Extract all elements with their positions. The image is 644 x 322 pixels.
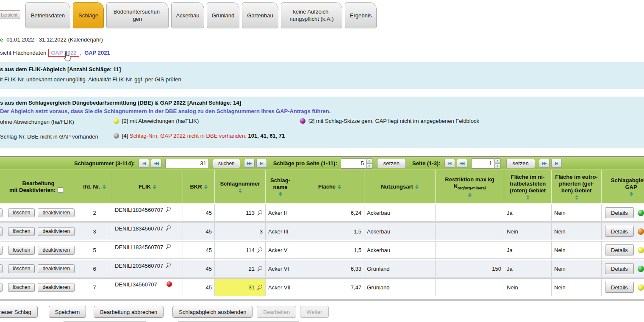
loeschen-button[interactable]: löschen [8,246,35,255]
flik-cell: DENILI1834560707 [112,242,183,258]
page-input[interactable] [471,158,494,169]
magnifier-icon[interactable] [166,244,171,250]
next-page-icon[interactable]: ▶▶ [244,159,255,168]
magnifier-icon[interactable] [257,266,263,272]
next-page-icon[interactable]: ▶▶ [539,159,550,168]
decrement-icon[interactable]: ▼ [494,164,501,169]
bearbeitung-cell: löschen deaktivieren [0,204,77,221]
deaktivieren-button[interactable]: deaktivieren [38,227,75,236]
last-page-icon[interactable]: ▶| [256,159,267,168]
tab-gruenland[interactable]: Grünland [207,2,239,28]
status-icon-yellow [638,247,644,253]
sort-icon[interactable] [415,185,419,189]
deaktivieren-button[interactable]: deaktivieren [38,208,75,217]
flik-cell: DENILI2034560707 [112,260,183,277]
details-button[interactable]: Details [605,282,634,293]
schlagname-cell: Acker VII [266,279,295,296]
schlagabgleich-ausblenden-button[interactable]: Schlagabgleich ausblenden [172,306,253,318]
increment-icon[interactable]: ▲ [494,158,501,164]
loeschen-button[interactable]: löschen [8,208,35,217]
table-body: löschen deaktivieren 2 DENILI1834560707 … [0,204,644,297]
magnifier-icon[interactable] [166,225,171,231]
table-row: löschen deaktivieren 7 DENILI34560707 45… [0,278,644,296]
header-flik[interactable]: FLIK [112,170,183,203]
tab-schlaege[interactable]: Schläge [73,2,104,28]
flik-cell: DENILI1834560707 [112,204,183,221]
last-page-icon[interactable]: ▶| [551,159,562,168]
sort-icon[interactable] [103,185,106,189]
sort-icon[interactable] [338,185,341,189]
gap-2021-link[interactable]: GAP 2021 [84,50,110,56]
sort-icon[interactable] [468,193,472,197]
magnifier-icon[interactable] [257,247,263,253]
deaktivieren-button[interactable]: deaktivieren [38,264,75,273]
deaktivieren-button[interactable]: deaktivieren [38,246,75,255]
details-button[interactable]: Details [605,244,634,255]
footer-toolbar: neuer Schlag Speichern Bearbeitung abbre… [0,306,644,318]
magnifier-icon[interactable] [166,263,171,268]
sort-icon[interactable] [204,185,208,189]
details-button[interactable]: Details [605,226,634,237]
suchen-button[interactable]: suchen [213,159,240,168]
prev-page-icon[interactable]: ◀◀ [151,159,161,168]
header-restriktion[interactable]: Restriktion max kg Norg/org-mineral [436,170,504,203]
gelbes-gebiet-cell: Nein [552,279,602,296]
row-action-partial-button[interactable] [0,208,3,217]
prev-page-icon[interactable]: ◀◀ [457,159,467,168]
magnifier-icon[interactable] [257,210,263,216]
row-action-partial-button[interactable] [0,227,3,236]
first-page-icon[interactable]: |◀ [139,159,149,168]
magnifier-icon[interactable] [166,207,171,212]
header-lfd-nr[interactable]: lfd. Nr. [77,170,112,203]
header-nutzungsart[interactable]: Nutzungsart [364,170,436,203]
sort-icon[interactable] [630,192,633,196]
header-rotes-gebiet[interactable]: Fläche im ni- tratbelasteten (roten) Geb… [504,170,552,203]
header-schlagabgleich-gap[interactable]: Schlagabgleich GAP [602,170,644,203]
header-flaeche[interactable]: Fläche [295,170,364,203]
bearbeiten-button[interactable]: Bearbeiten [257,306,296,318]
details-button[interactable]: Details [605,207,634,218]
page-setzen-button[interactable]: setzen [506,159,535,168]
mit-deaktivierten-checkbox[interactable] [58,187,63,193]
header-bkr[interactable]: BKR [183,170,215,203]
header-label: GAP [625,184,637,191]
rotes-gebiet-cell: Nein [504,223,552,240]
uebersicht-button[interactable]: bersicht [0,10,20,19]
tab-keine-aufzeichnungspflicht[interactable]: keine Aufzeich-nungspflicht (k.A.) [281,2,342,28]
row-action-partial-button[interactable] [0,283,3,292]
row-action-partial-button[interactable] [0,246,3,255]
per-page-setzen-button[interactable]: setzen [377,159,406,168]
tab-betriebsdaten[interactable]: Betriebsdaten [25,2,70,28]
first-page-icon[interactable]: |◀ [444,159,455,168]
sort-icon[interactable] [239,189,242,193]
tab-ackerbau[interactable]: Ackerbau [171,2,204,28]
per-page-input[interactable] [341,158,366,169]
decrement-icon[interactable]: ▼ [366,164,372,169]
weiter-button[interactable]: Weiter [300,306,328,318]
header-label: Nutzungsart [381,183,413,190]
header-gelbes-gebiet[interactable]: Fläche im eutro- phierten (gel- ben) Geb… [552,170,602,203]
tab-gartenbau[interactable]: Gartenbau [242,2,278,28]
loeschen-button[interactable]: löschen [8,283,35,292]
loeschen-button[interactable]: löschen [8,264,35,273]
schlagnummer-cell-highlighted: 31 [215,279,266,296]
header-schlagname[interactable]: Schlag- name [266,170,295,203]
row-action-partial-button[interactable] [0,264,3,273]
neuer-schlag-button[interactable]: neuer Schlag [0,306,38,318]
sort-icon[interactable] [153,185,156,189]
magnifier-icon[interactable] [257,285,263,290]
deaktivieren-button[interactable]: deaktivieren [38,283,75,292]
header-label: Schlag- [270,177,290,184]
bearbeitung-abbrechen-button[interactable]: Bearbeitung abbrechen [94,306,164,318]
speichern-button[interactable]: Speichern [49,306,86,318]
loeschen-button[interactable]: löschen [8,227,35,236]
schlagnummer-search-input[interactable] [165,159,209,168]
details-button[interactable]: Details [605,263,634,274]
sort-icon[interactable] [575,195,578,200]
tab-ergebnis[interactable]: Ergebnis [345,2,377,28]
sort-icon[interactable] [526,195,530,200]
increment-icon[interactable]: ▲ [366,158,372,164]
header-schlagnummer[interactable]: Schlagnummer [215,170,266,203]
tab-bodenuntersuchungen[interactable]: Bodenuntersuchun-gen [106,2,169,28]
sort-icon[interactable] [279,192,282,196]
